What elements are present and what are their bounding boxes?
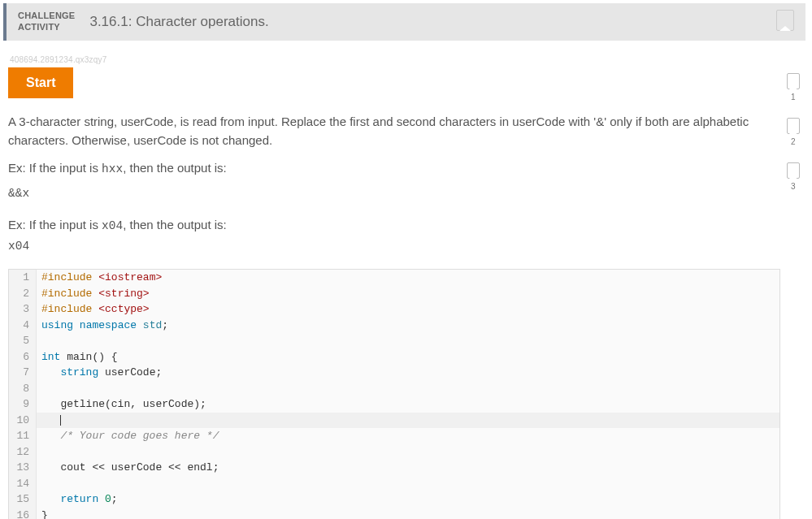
bookmark-icon bbox=[776, 10, 794, 31]
line-number: 3 bbox=[9, 301, 37, 318]
code-text[interactable]: return 0; bbox=[37, 491, 118, 508]
code-line[interactable]: 14 bbox=[9, 476, 779, 492]
challenge-label-line2: ACTIVITY bbox=[18, 22, 75, 33]
example-1-input: hxx bbox=[102, 162, 123, 175]
line-number: 2 bbox=[9, 286, 37, 302]
line-number: 5 bbox=[9, 333, 37, 349]
line-number: 1 bbox=[9, 270, 37, 286]
step-number: 3 bbox=[791, 182, 796, 191]
code-text[interactable]: using namespace std; bbox=[37, 318, 168, 334]
code-editor[interactable]: 1#include <iostream>2#include <string>3#… bbox=[8, 269, 780, 519]
example-1-output: &&x bbox=[8, 185, 780, 203]
line-number: 14 bbox=[9, 476, 37, 492]
code-line[interactable]: 5 bbox=[9, 333, 779, 349]
code-line[interactable]: 7 string userCode; bbox=[9, 365, 779, 381]
code-line[interactable]: 2#include <string> bbox=[9, 286, 779, 302]
line-number: 15 bbox=[9, 491, 37, 508]
code-line[interactable]: 10 bbox=[9, 413, 779, 429]
example-2-lead: Ex: If the input is x04, then the output… bbox=[8, 216, 780, 236]
step-1[interactable]: 1 bbox=[787, 73, 800, 102]
line-number: 10 bbox=[9, 413, 37, 429]
line-number: 13 bbox=[9, 460, 37, 476]
example-2-input: x04 bbox=[102, 219, 123, 232]
code-line[interactable]: 3#include <cctype> bbox=[9, 301, 779, 318]
code-text[interactable] bbox=[37, 444, 41, 461]
line-number: 8 bbox=[9, 381, 37, 397]
line-number: 16 bbox=[9, 508, 37, 520]
code-line[interactable]: 15 return 0; bbox=[9, 491, 779, 508]
code-text[interactable]: int main() { bbox=[37, 349, 118, 365]
start-button[interactable]: Start bbox=[8, 67, 73, 98]
example-2-lead-text: Ex: If the input is bbox=[8, 218, 102, 231]
tracker-id: 408694.2891234.qx3zqy7 bbox=[10, 55, 780, 64]
line-number: 6 bbox=[9, 349, 37, 365]
code-text[interactable]: #include <string> bbox=[37, 286, 150, 302]
code-text[interactable]: } bbox=[37, 508, 48, 520]
example-1-lead: Ex: If the input is hxx, then the output… bbox=[8, 159, 780, 179]
code-text[interactable] bbox=[37, 413, 61, 429]
code-text[interactable]: #include <iostream> bbox=[37, 270, 162, 286]
example-2-output: x04 bbox=[8, 238, 780, 256]
code-text[interactable] bbox=[37, 381, 41, 397]
code-text[interactable]: string userCode; bbox=[37, 365, 162, 381]
main-content: 408694.2891234.qx3zqy7 Start A 3-charact… bbox=[8, 49, 780, 519]
code-text[interactable]: #include <cctype> bbox=[37, 301, 150, 318]
line-number: 12 bbox=[9, 444, 37, 461]
code-text[interactable]: getline(cin, userCode); bbox=[37, 396, 206, 413]
code-text[interactable]: /* Your code goes here */ bbox=[37, 428, 219, 444]
example-1-tail: , then the output is: bbox=[123, 161, 227, 175]
code-line[interactable]: 12 bbox=[9, 444, 779, 461]
challenge-label-line1: CHALLENGE bbox=[18, 11, 75, 22]
line-number: 11 bbox=[9, 428, 37, 444]
code-line[interactable]: 6int main() { bbox=[9, 349, 779, 365]
code-line[interactable]: 13 cout << userCode << endl; bbox=[9, 460, 779, 476]
code-text[interactable] bbox=[37, 333, 41, 349]
code-line[interactable]: 16} bbox=[9, 508, 779, 520]
code-line[interactable]: 9 getline(cin, userCode); bbox=[9, 396, 779, 413]
bookmark-icon bbox=[787, 162, 800, 179]
line-number: 4 bbox=[9, 318, 37, 334]
step-3[interactable]: 3 bbox=[787, 162, 800, 191]
code-text[interactable] bbox=[37, 476, 41, 492]
line-number: 7 bbox=[9, 365, 37, 381]
challenge-label: CHALLENGE ACTIVITY bbox=[18, 11, 75, 33]
step-number: 1 bbox=[791, 93, 796, 102]
example-1-lead-text: Ex: If the input is bbox=[8, 161, 102, 175]
code-line[interactable]: 11 /* Your code goes here */ bbox=[9, 428, 779, 444]
code-line[interactable]: 8 bbox=[9, 381, 779, 397]
header-bookmark[interactable] bbox=[776, 10, 794, 34]
challenge-title: 3.16.1: Character operations. bbox=[89, 14, 268, 30]
line-number: 9 bbox=[9, 396, 37, 413]
code-line[interactable]: 4using namespace std; bbox=[9, 318, 779, 334]
bookmark-icon bbox=[787, 73, 800, 89]
progress-sidebar: 1 2 3 bbox=[780, 49, 805, 519]
code-text[interactable]: cout << userCode << endl; bbox=[37, 460, 219, 476]
step-2[interactable]: 2 bbox=[787, 118, 800, 146]
bookmark-icon bbox=[787, 118, 800, 134]
code-line[interactable]: 1#include <iostream> bbox=[9, 270, 779, 286]
challenge-header: CHALLENGE ACTIVITY 3.16.1: Character ope… bbox=[3, 3, 805, 41]
step-number: 2 bbox=[791, 137, 796, 146]
prompt-paragraph: A 3-character string, userCode, is read … bbox=[8, 113, 780, 149]
example-2-tail: , then the output is: bbox=[123, 218, 227, 231]
